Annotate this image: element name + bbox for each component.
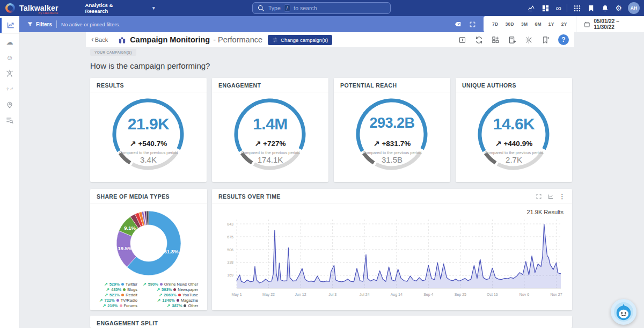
widget-settings-gear-icon[interactable] (525, 36, 533, 44)
legend-item-blogs[interactable]: ↗485%Blogs (99, 287, 137, 292)
expand-widget-icon[interactable] (536, 193, 542, 200)
media-types-donut-chart[interactable]: 61.8%19.5%9.1% (99, 205, 198, 281)
trend-up-arrow-icon: ↗ (104, 282, 108, 287)
legend-item-twitter[interactable]: ↗529%Twitter (99, 282, 137, 287)
page-subtitle: - Performance (213, 35, 262, 44)
legend-item-tv-radio[interactable]: ↗722%TV/Radio (99, 298, 137, 303)
sidebar-item-sentiment[interactable]: ☺ (0, 50, 19, 65)
date-range-picker[interactable]: 05/01/22 – 11/30/22 (576, 18, 644, 30)
search-placeholder-prefix: Type (268, 5, 281, 11)
sidebar-item-influencers[interactable] (0, 65, 19, 81)
analytics-pulse-icon[interactable] (528, 4, 536, 12)
range-2y[interactable]: 2Y (561, 21, 567, 27)
legend-item-forums[interactable]: ↗219%Forums (99, 303, 137, 308)
add-widget-icon[interactable] (492, 36, 500, 44)
more-menu-icon[interactable]: ⋮ (559, 193, 566, 200)
section-question: How is the campaign performing? (90, 61, 210, 70)
legend-label: Online News Other (164, 282, 198, 287)
legend-item-reddit[interactable]: ↗521%Reddit (99, 293, 137, 297)
sidebar-item-world-map[interactable] (0, 97, 19, 112)
sidebar-item-analytics[interactable] (0, 18, 19, 33)
refresh-icon[interactable] (475, 36, 483, 44)
range-3m[interactable]: 3M (521, 21, 528, 27)
svg-text:Oct 16: Oct 16 (487, 293, 498, 296)
clear-filters-icon[interactable] (454, 20, 462, 28)
trend-chart-icon (6, 21, 15, 30)
smiley-icon: ☺ (6, 54, 13, 61)
svg-text:61.8%: 61.8% (164, 249, 178, 254)
legend-label: Twitter (126, 282, 137, 287)
chat-assistant-button[interactable] (611, 299, 636, 325)
workspace-menu[interactable]: Analytics & Research ▾ (85, 2, 155, 14)
kpi-previous-value: 174.1K (212, 155, 328, 164)
change-campaign-button[interactable]: Change campaign(s) (268, 35, 332, 45)
kpi-title: UNIQUE AUTHORS (456, 78, 572, 92)
legend-item-magazine[interactable]: ↗1340%Magazine (143, 298, 198, 303)
trend-up-arrow-icon: ↗ (157, 298, 161, 303)
help-button[interactable]: ? (558, 34, 569, 45)
notifications-bell-icon[interactable] (601, 4, 609, 12)
kpi-compare-label: Compared to the previous period (456, 150, 572, 155)
talkwalker-logo[interactable] (5, 3, 15, 13)
svg-text:May 22: May 22 (262, 293, 275, 297)
integrations-icon[interactable]: ∞ (555, 4, 561, 12)
chart-type-icon[interactable] (547, 193, 554, 200)
legend-change-value: 2069% (164, 293, 176, 297)
results-total-label: 21.9K Results (212, 203, 572, 216)
legend-color-dot (178, 294, 181, 296)
fullscreen-icon[interactable] (469, 21, 476, 28)
svg-text:169: 169 (227, 273, 233, 277)
legend-label: Reddit (126, 293, 137, 297)
workspace-menu-label: Analytics & Research (85, 2, 117, 14)
kpi-title: RESULTS (90, 78, 207, 92)
legend-change-value: 387% (172, 303, 182, 308)
dashboards-icon[interactable] (541, 4, 550, 12)
sidebar-item-wordcloud[interactable]: ☁ (0, 34, 19, 50)
time-range-group: 7D 30D 3M 6M 1Y 2Y (484, 21, 576, 27)
bookmarks-icon[interactable] (587, 4, 595, 12)
sidebar-item-demographics[interactable]: ♀♂ (0, 81, 19, 97)
kpi-change: ↗ +831.7% (334, 139, 450, 148)
kpi-compare-label: Compared to the previous period (90, 150, 207, 155)
filterbar-divider (56, 20, 57, 28)
arrow-up-right-icon: ↗ (130, 139, 138, 148)
legend-item-online-news-other[interactable]: ↗590%Online News Other (143, 282, 198, 287)
brand[interactable]: Talkwalker by Hootsuite (19, 4, 58, 12)
kpi-change: ↗ +440.9% (456, 139, 572, 148)
legend-color-dot (120, 304, 122, 307)
settings-gear-icon[interactable]: ⚙ (615, 4, 622, 12)
kpi-title: POTENTIAL REACH (334, 78, 450, 92)
user-avatar[interactable]: AH (628, 2, 640, 14)
add-bookmark-icon[interactable] (541, 36, 550, 44)
results-over-time-chart[interactable]: 169338506675843May 1May 22Jun 12Jul 3Jul… (217, 216, 565, 301)
filters-button[interactable]: Filters (27, 21, 52, 27)
svg-text:Jul 24: Jul 24 (360, 293, 370, 296)
range-7d[interactable]: 7D (492, 21, 498, 27)
svg-text:Nov 27: Nov 27 (550, 293, 562, 296)
copy-to-dashboard-icon[interactable] (458, 36, 466, 44)
apps-grid-icon[interactable] (573, 4, 581, 12)
range-6m[interactable]: 6M (535, 21, 541, 27)
your-campaigns-tab[interactable]: YOUR CAMPAIGN(S) (90, 49, 136, 56)
sidebar-item-topics[interactable] (0, 112, 19, 128)
legend-change-value: 485% (111, 287, 121, 292)
range-1y[interactable]: 1Y (548, 21, 554, 27)
range-30d[interactable]: 30D (505, 21, 514, 27)
gender-icon: ♀♂ (6, 86, 14, 92)
kpi-card-potential-reach: POTENTIAL REACH 293.2B ↗ +831.7% Compare… (334, 78, 450, 182)
filters-label: Filters (36, 21, 52, 27)
legend-change-value: 219% (107, 303, 118, 308)
map-pin-icon (5, 100, 14, 109)
search-input[interactable]: Type / to search (252, 2, 391, 14)
svg-text:Sep 4: Sep 4 (423, 293, 433, 297)
binoculars-icon (118, 35, 127, 45)
legend-color-dot (121, 283, 124, 286)
legend-item-newspaper[interactable]: ↗593%Newspaper (143, 287, 198, 292)
back-button[interactable]: ‹ Back (91, 37, 108, 43)
legend-item-youtube[interactable]: ↗2069%YouTube (143, 293, 198, 297)
add-report-icon[interactable] (508, 36, 516, 44)
chevron-left-icon: ‹ (91, 35, 94, 43)
legend-item-other[interactable]: ↗387%Other (143, 303, 198, 308)
legend-color-dot (173, 288, 176, 291)
legend-label: Other (188, 303, 198, 308)
